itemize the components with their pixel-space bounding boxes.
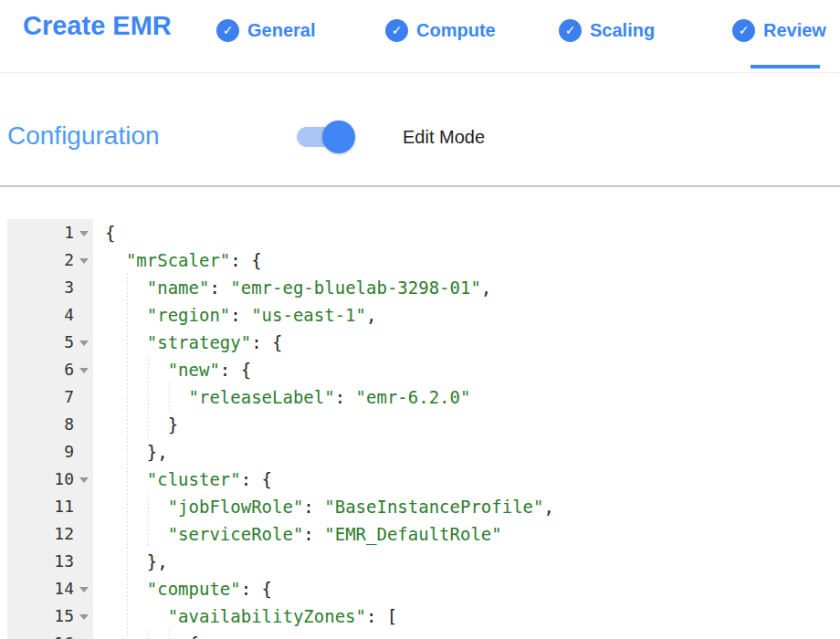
gutter-row: 5 <box>7 329 93 356</box>
check-icon: ✓ <box>216 19 239 42</box>
gutter-row: 15 <box>7 602 93 630</box>
editor-gutter: 12345678910111213141516 <box>7 219 93 639</box>
line-number: 13 <box>54 548 74 575</box>
line-number: 16 <box>54 630 74 639</box>
gutter-row: 13 <box>7 548 93 575</box>
code-line[interactable]: "name": "emr-eg-bluelab-3298-01", <box>93 274 840 301</box>
step-general[interactable]: ✓General <box>216 18 315 42</box>
fold-toggle-icon[interactable] <box>77 581 91 596</box>
line-number: 4 <box>64 301 74 329</box>
line-number: 15 <box>54 602 74 630</box>
code-line[interactable]: "compute": { <box>93 575 840 602</box>
step-scaling[interactable]: ✓Scaling <box>559 18 655 42</box>
step-label: Review <box>763 20 826 41</box>
json-config-editor[interactable]: 12345678910111213141516 { "mrScaler": { … <box>7 219 840 639</box>
step-label: General <box>247 20 315 41</box>
code-line[interactable]: "mrScaler": { <box>93 246 840 274</box>
fold-toggle-icon[interactable] <box>77 609 91 623</box>
fold-toggle-icon[interactable] <box>77 253 91 267</box>
gutter-row: 3 <box>7 274 93 301</box>
step-label: Compute <box>416 20 496 41</box>
code-line[interactable]: { <box>93 630 840 639</box>
code-line[interactable]: }, <box>93 548 840 575</box>
editor-code-area[interactable]: { "mrScaler": { "name": "emr-eg-bluelab-… <box>93 219 840 639</box>
create-emr-page: Create EMR ✓General✓Compute✓Scaling✓Revi… <box>0 0 840 639</box>
line-number: 9 <box>64 438 74 466</box>
indent-guide <box>148 630 149 639</box>
gutter-row: 2 <box>7 246 93 274</box>
check-icon: ✓ <box>732 19 755 42</box>
page-title: Create EMR <box>23 11 172 41</box>
fold-toggle-icon[interactable] <box>77 362 91 377</box>
indent-guide <box>148 356 149 438</box>
line-number: 14 <box>54 575 74 602</box>
code-line[interactable]: } <box>93 411 840 438</box>
indent-guide <box>148 493 149 548</box>
toggle-knob-icon <box>322 120 355 153</box>
gutter-row: 12 <box>7 520 93 548</box>
indent-guide <box>169 630 170 639</box>
edit-mode-label: Edit Mode <box>403 127 485 148</box>
fold-toggle-icon[interactable] <box>77 225 91 240</box>
code-line[interactable]: "region": "us-east-1", <box>93 301 840 329</box>
line-number: 11 <box>54 493 74 520</box>
section-divider <box>0 185 840 187</box>
gutter-row: 6 <box>7 356 93 383</box>
indent-guide <box>127 274 128 639</box>
line-number: 6 <box>64 356 74 383</box>
check-icon: ✓ <box>559 19 582 42</box>
gutter-row: 14 <box>7 575 93 602</box>
gutter-row: 10 <box>7 466 93 493</box>
wizard-header: Create EMR ✓General✓Compute✓Scaling✓Revi… <box>0 0 840 73</box>
code-line[interactable]: { <box>93 219 840 246</box>
code-line[interactable]: "cluster": { <box>93 466 840 493</box>
line-number: 1 <box>64 219 74 246</box>
line-number: 3 <box>64 274 74 301</box>
line-number: 8 <box>64 411 74 438</box>
gutter-row: 4 <box>7 301 93 329</box>
step-label: Scaling <box>590 20 655 41</box>
line-number: 5 <box>64 329 74 356</box>
line-number: 2 <box>64 246 74 274</box>
code-line[interactable]: "releaseLabel": "emr-6.2.0" <box>93 383 840 411</box>
gutter-row: 9 <box>7 438 93 466</box>
code-line[interactable]: "jobFlowRole": "BaseInstanceProfile", <box>93 493 840 520</box>
line-number: 7 <box>64 383 74 411</box>
gutter-row: 1 <box>7 219 93 246</box>
code-line[interactable]: }, <box>93 438 840 466</box>
line-number: 12 <box>54 520 74 548</box>
configuration-section-title: Configuration <box>7 121 160 151</box>
gutter-row: 11 <box>7 493 93 520</box>
check-icon: ✓ <box>385 19 408 42</box>
line-number: 10 <box>54 466 74 493</box>
fold-toggle-icon[interactable] <box>77 472 91 487</box>
code-line[interactable]: "serviceRole": "EMR_DefaultRole" <box>93 520 840 548</box>
code-line[interactable]: "new": { <box>93 356 840 383</box>
gutter-row: 7 <box>7 383 93 411</box>
code-line[interactable]: "availabilityZones": [ <box>93 602 840 630</box>
indent-guide <box>169 383 170 411</box>
gutter-row: 8 <box>7 411 93 438</box>
fold-toggle-icon[interactable] <box>77 335 91 350</box>
step-review[interactable]: ✓Review <box>732 18 826 42</box>
active-tab-underline <box>751 65 820 68</box>
gutter-row: 16 <box>7 630 93 639</box>
edit-mode-toggle[interactable] <box>297 127 355 147</box>
step-compute[interactable]: ✓Compute <box>385 18 496 42</box>
code-line[interactable]: "strategy": { <box>93 329 840 356</box>
